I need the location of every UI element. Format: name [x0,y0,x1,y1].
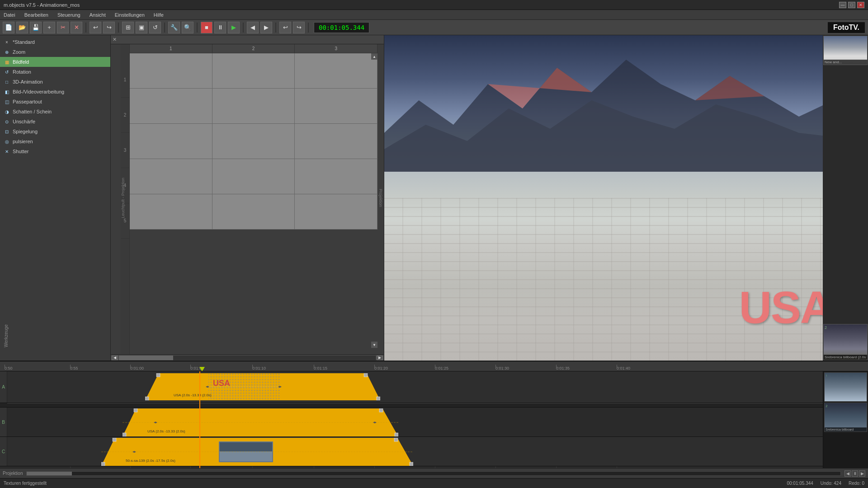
grid-cell-3-1[interactable] [130,124,212,159]
svg-rect-9 [364,373,368,377]
prev-btn[interactable]: ◀ [247,22,259,33]
next-btn[interactable]: ▶ [260,22,272,33]
timeline-hscroll-thumb[interactable] [27,472,72,475]
fwd-btn[interactable]: ↪ [293,22,305,33]
titlebar-title: m.objects v7.5 - Animationen_mos [4,2,80,8]
maximize-button[interactable]: □ [848,2,855,8]
usa-preview-text: USA [739,282,832,333]
grid-cell-5-2[interactable] [212,194,295,230]
sidebar-item-bildfeld[interactable]: ▦ Bildfeld [0,57,110,67]
menu-datei[interactable]: Datei [2,11,17,19]
grid-cell-1-2[interactable] [212,53,295,89]
grid-cell-2-3[interactable] [295,89,377,124]
pause-btn[interactable]: ⏸ [214,22,226,33]
stop-btn[interactable]: ■ [201,22,212,33]
menu-ansicht[interactable]: Ansicht [88,11,108,19]
grid-cell-3-3[interactable] [295,124,377,159]
grid-cell-5-3[interactable] [295,194,377,230]
tool1-btn[interactable]: 🔧 [168,22,180,33]
clip-b-svg[interactable] [123,408,398,436]
grid-cell-5-1[interactable] [130,194,212,230]
thumb-2-label: Srebrenica billboard (2.0s [824,355,867,360]
track-b: B USA (2.0s -13.33 (2.0s) [0,408,868,437]
grid-row-5 [130,194,377,230]
sidebar-item-schatten-label: Schatten / Schein [13,109,52,114]
zoom-icon: ⊕ [4,49,10,55]
scroll-up-button[interactable]: ▲ [371,53,377,60]
play-btn[interactable]: ▶ [228,22,240,33]
tl-play-btn[interactable]: ◀ [844,470,851,477]
sidebar-item-spiegelung[interactable]: ⊡ Spiegelung [0,127,110,136]
grid-cell-1-3[interactable] [295,53,377,89]
ruler-line-1-35 [556,365,557,367]
open-button[interactable]: 📂 [16,22,28,33]
tool2-btn[interactable]: 🔍 [182,22,193,33]
status-redo: Redo: 0 [849,481,864,486]
cut-button[interactable]: ✂ [57,22,69,33]
track-c-content: 50-s-sa-139 (2.0s -17.5s (2.0s) [7,437,868,466]
thumb-1[interactable]: New and... [823,36,868,65]
redo-button[interactable]: ↪ [103,22,115,33]
track-a-label: A [0,371,7,403]
panel-close-x[interactable]: ✕ [113,37,117,42]
grid-cell-3-2[interactable] [212,124,295,159]
sidebar-item-pulsieren[interactable]: ◎ pulsieren [0,136,110,146]
svg-rect-19 [395,433,398,436]
thumbnail-strip: New and... 2 Srebrenica billboard (2.0s [823,35,868,361]
scroll-right-btn[interactable]: ▶ [377,356,383,360]
close-button[interactable]: ✕ [857,2,864,8]
preview-image: USA [384,35,868,361]
minimize-button[interactable]: — [839,2,846,8]
grid-scroll[interactable]: ▲ 1 2 3 [130,44,377,354]
hscroll-track[interactable] [119,356,376,360]
grid-btn[interactable]: ⊞ [122,22,134,33]
menu-bearbeiten[interactable]: Bearbeiten [23,11,50,19]
timeline-hscrollbar[interactable] [26,471,841,476]
sidebar-item-zoom[interactable]: ⊕ Zoom [0,47,110,57]
3d-icon: □ [4,79,10,85]
tl-thumb-2[interactable]: 2 Srebrenica billboard [824,403,867,432]
svg-rect-10 [145,397,149,400]
sidebar-item-standard[interactable]: × *Standard [0,37,110,47]
tl-thumb-1[interactable]: ↑ [824,372,867,402]
sidebar-item-passepartout[interactable]: ◫ Passepartout [0,97,110,107]
svg-marker-3 [695,76,764,100]
sidebar-item-bild-video[interactable]: ◧ Bild-/Videoverarbeitung [0,87,110,97]
sidebar-item-unschaerfe[interactable]: ⊙ Unschärfe [0,117,110,127]
sidebar-item-shutter[interactable]: ✕ Shutter [0,146,110,156]
titlebar-controls: — □ ✕ [839,2,864,8]
clip-c-svg[interactable] [101,438,413,466]
sidebar-item-rotation[interactable]: ↺ Rotation [0,67,110,77]
scroll-down-button[interactable]: ▼ [371,342,377,348]
delete-button[interactable]: ✕ [71,22,82,33]
undo-button[interactable]: ↩ [90,22,101,33]
hscroll-thumb[interactable] [119,356,173,360]
back-btn[interactable]: ↩ [279,22,291,33]
svg-rect-26 [220,442,272,451]
track-a-content: USA USA (2.0s -13.33 (2.0s) [7,371,868,403]
grid-cell-4-3[interactable] [295,159,377,194]
grid-cell-2-2[interactable] [212,89,295,124]
sidebar-item-schatten[interactable]: ◑ Schatten / Schein [0,107,110,117]
scroll-left-btn[interactable]: ◀ [112,356,118,360]
grid-cell-2-1[interactable] [130,89,212,124]
menu-einstellungen[interactable]: Einstellungen [113,11,146,19]
grid-hscrollbar[interactable]: ◀ ▶ [111,354,384,361]
grid-cell-4-1[interactable] [130,159,212,194]
save-button[interactable]: 💾 [30,22,42,33]
ruler-line-1-00 [130,365,131,367]
screen-btn[interactable]: ▣ [136,22,147,33]
ruler-line-1-25 [435,365,435,367]
grid-cell-1-1[interactable] [130,53,212,89]
add-button[interactable]: + [43,22,55,33]
new-button[interactable]: 📄 [3,22,14,33]
tl-pause-btn[interactable]: ⏸ [852,470,858,477]
menu-hilfe[interactable]: Hilfe [152,11,165,19]
tl-stop-btn[interactable]: ▶ [859,470,865,477]
sidebar-item-3d[interactable]: □ 3D-Animation [0,77,110,87]
thumb-2[interactable]: 2 Srebrenica billboard (2.0s [823,324,868,360]
clip-a-svg[interactable] [145,373,380,400]
menu-steuerung[interactable]: Steuerung [56,11,82,19]
grid-cell-4-2[interactable] [212,159,295,194]
refresh-btn[interactable]: ↺ [149,22,161,33]
